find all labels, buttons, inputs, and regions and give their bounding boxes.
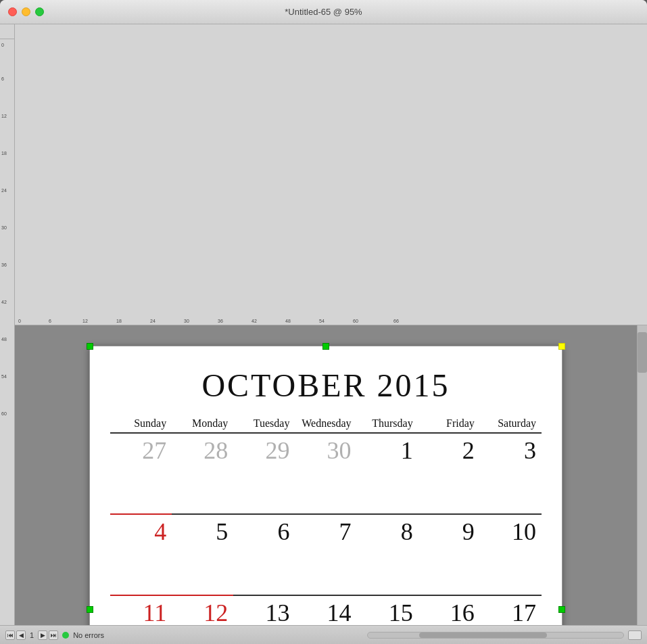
calendar-cell: 5: [172, 514, 233, 595]
day-number: 9: [421, 519, 475, 546]
day-number: 1: [360, 438, 413, 465]
calendar-document: October 2015 Sunday Monday Tuesday Wedne…: [89, 346, 562, 626]
ruler-mark: 48: [285, 319, 291, 323]
calendar-cell: 2: [418, 433, 480, 514]
ruler-mark: 12: [1, 114, 7, 118]
calendar-cell: 16: [418, 595, 480, 626]
window-title: *Untitled-65 @ 95%: [285, 7, 362, 17]
ruler-vertical: 0 6 12 18 24 30 36 42 48 54 60: [0, 39, 15, 625]
day-number: 2: [421, 438, 475, 465]
scrollbar-horizontal[interactable]: [367, 632, 624, 639]
day-number: 30: [297, 438, 351, 465]
calendar-cell: 14: [295, 595, 356, 626]
ruler-mark: 12: [82, 319, 88, 323]
header-wednesday: Wednesday: [295, 417, 356, 433]
handle-tm[interactable]: [322, 343, 329, 350]
ruler-mark: 24: [1, 188, 7, 193]
scrollbar-thumb[interactable]: [638, 332, 647, 373]
day-number: 14: [297, 600, 351, 626]
day-number: 15: [360, 600, 413, 626]
minimize-button[interactable]: [22, 7, 30, 16]
handle-tl[interactable]: [87, 343, 93, 350]
ruler-horizontal: 0 6 12 18 24 30 36 42 48 54 60 66: [15, 24, 647, 325]
calendar-table: Sunday Monday Tuesday Wednesday Thursday…: [110, 417, 542, 626]
ruler-mark: 30: [184, 319, 189, 323]
next-page-button[interactable]: ▶: [38, 630, 47, 640]
calendar-cell: 29: [233, 433, 295, 514]
day-number: 13: [236, 600, 289, 626]
scrollbar-h-thumb[interactable]: [419, 632, 547, 638]
calendar-cell: 12Columbus Day: [172, 595, 233, 626]
first-page-button[interactable]: ⏮: [5, 630, 15, 640]
ruler-mark: 24: [150, 319, 155, 323]
calendar-cell: 7: [295, 514, 356, 595]
ruler-mark: 54: [319, 319, 325, 323]
calendar-cell: 6: [233, 514, 295, 595]
maximize-button[interactable]: [35, 7, 44, 16]
calendar-week-row: 1112Columbus Day1314151617: [110, 595, 542, 626]
canvas-area[interactable]: October 2015 Sunday Monday Tuesday Wedne…: [15, 325, 637, 626]
titlebar: *Untitled-65 @ 95%: [0, 0, 647, 24]
zoom-button[interactable]: [628, 630, 642, 640]
handle-ml[interactable]: [87, 606, 93, 613]
ruler-mark: 6: [49, 319, 51, 323]
day-number: 27: [113, 438, 166, 465]
ruler-mark: 30: [1, 225, 7, 230]
day-number: 3: [483, 438, 536, 465]
ruler-mark: 18: [116, 319, 122, 323]
day-number: 16: [421, 600, 475, 626]
calendar-cell: 8: [357, 514, 418, 595]
handle-mr[interactable]: [558, 606, 565, 613]
ruler-mark: 48: [1, 337, 7, 342]
days-header-row: Sunday Monday Tuesday Wednesday Thursday…: [110, 417, 542, 433]
ruler-mark: 60: [353, 319, 358, 323]
header-thursday: Thursday: [357, 417, 418, 433]
bottombar: ⏮ ◀ 1 ▶ ⏭ No errors: [0, 625, 647, 644]
calendar-cell: 30: [295, 433, 356, 514]
ruler-mark: 0: [1, 43, 4, 47]
ruler-mark: 42: [251, 319, 257, 323]
close-button[interactable]: [8, 7, 17, 16]
ruler-mark: 42: [1, 300, 7, 304]
status-text: No errors: [73, 631, 104, 639]
ruler-mark: 60: [1, 411, 7, 416]
calendar-cell: 11: [110, 595, 172, 626]
header-sunday: Sunday: [110, 417, 172, 433]
day-number: 28: [174, 438, 228, 465]
ruler-mark: 36: [1, 262, 7, 267]
traffic-lights: [8, 7, 44, 16]
calendar-cell: 28: [172, 433, 233, 514]
calendar-cell: 27: [110, 433, 172, 514]
day-number: 29: [236, 438, 289, 465]
ruler-mark: 54: [1, 374, 7, 379]
calendar-title: October 2015: [110, 367, 542, 404]
page-navigation[interactable]: ⏮ ◀ 1 ▶ ⏭: [5, 630, 58, 640]
ruler-mark: 36: [218, 319, 223, 323]
day-number: 7: [297, 519, 351, 546]
ruler-corner: [0, 24, 15, 39]
scrollbar-vertical[interactable]: [637, 325, 647, 626]
status-indicator: [62, 632, 69, 639]
header-monday: Monday: [172, 417, 233, 433]
header-saturday: Saturday: [480, 417, 542, 433]
day-number: 6: [236, 519, 289, 546]
handle-yellow[interactable]: [558, 343, 565, 350]
calendar-cell: 17: [480, 595, 542, 626]
day-number: 11: [113, 600, 166, 626]
ruler-mark: 0: [18, 319, 21, 323]
ruler-mark: 66: [393, 319, 399, 323]
day-number: 8: [360, 519, 413, 546]
app-window: *Untitled-65 @ 95% 0 6 12 18 24 30 36 42…: [0, 0, 647, 644]
calendar-cell: 1: [357, 433, 418, 514]
header-friday: Friday: [418, 417, 480, 433]
day-number: 17: [483, 600, 536, 626]
page-number: 1: [30, 631, 34, 639]
calendar-cell: 10: [480, 514, 542, 595]
calendar-cell: 9: [418, 514, 480, 595]
calendar-week-row: 27282930123: [110, 433, 542, 514]
calendar-cell: 4: [110, 514, 172, 595]
calendar-week-row: 45678910: [110, 514, 542, 595]
prev-page-button[interactable]: ◀: [16, 630, 26, 640]
last-page-button[interactable]: ⏭: [49, 630, 58, 640]
header-tuesday: Tuesday: [233, 417, 295, 433]
